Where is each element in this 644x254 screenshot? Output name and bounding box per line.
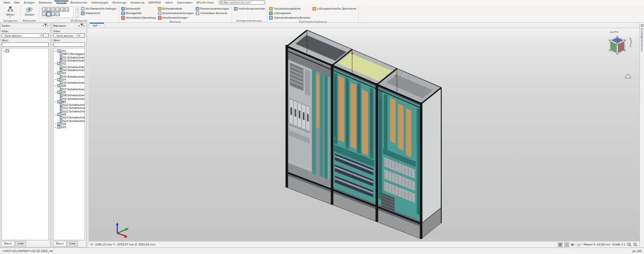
- zoom-window-icon[interactable]: [633, 243, 636, 246]
- start-view-icon: [81, 12, 85, 15]
- filter-more-button[interactable]: ...: [43, 33, 49, 38]
- tab-liste[interactable]: Liste: [15, 241, 27, 246]
- viewcube-icon[interactable]: [47, 8, 51, 12]
- group-label-navigatoren: Navigatoren: [3, 19, 18, 23]
- ribbon-tab-bar: DateiStartEinfügenBearbeitenAnsichtBetri…: [0, 0, 644, 5]
- viewcube-icon[interactable]: [42, 8, 46, 12]
- tab-baum[interactable]: Baum: [53, 241, 66, 246]
- seiten-tree[interactable]: ▸: [2, 48, 49, 240]
- cabinet-icon: [60, 75, 62, 78]
- ribbon-tab-betriebsmittel[interactable]: Betriebsmittel: [68, 1, 89, 5]
- cabinet-icon: [60, 52, 62, 55]
- bauraum-panel: Bauraum - ▾ ✕ Filter: - Nicht aktiviert …: [52, 23, 87, 247]
- viewport-tab-007[interactable]: 007 ×: [90, 23, 104, 28]
- viewcube-icon[interactable]: [65, 8, 69, 12]
- revision-marker-icon: [196, 7, 199, 11]
- viewcube-icon[interactable]: [42, 12, 46, 16]
- pin-icon[interactable]: [45, 25, 46, 27]
- simplified-view-button[interactable]: Vereinfachte Darstellung: [121, 16, 156, 20]
- gallery-scrollbar[interactable]: ▴▾⌄: [75, 7, 79, 18]
- filter-more-button[interactable]: ...: [79, 33, 85, 38]
- cabinet-icon: [60, 94, 62, 97]
- bauraum-panel-header[interactable]: Bauraum - ▾ ✕: [52, 23, 86, 29]
- climate-zones-button[interactable]: Optimal klimatisierte Bereiche: [269, 16, 310, 20]
- assembly-aid-button[interactable]: Montagehilfe: [121, 11, 156, 15]
- 3d-scene-cabinets[interactable]: [89, 28, 639, 241]
- ribbon-tab-vorplanung[interactable]: Vorplanung: [128, 1, 146, 5]
- ventilation-spaces-button[interactable]: Lüftungstechnische Sperrräume: [312, 7, 356, 11]
- device-designation: ==007+G1.ASP007=+01.02.1302_=#: [3, 249, 52, 252]
- seiten-filter-select[interactable]: - Nicht aktiviert - ▾: [2, 33, 42, 38]
- ribbon-tab-admin[interactable]: Admin: [163, 1, 175, 5]
- viewport-tab-bar: 007 ×: [89, 23, 639, 28]
- clearance-button[interactable]: Einbauabstände: [158, 7, 194, 11]
- zone-icon: [57, 100, 60, 103]
- power-density-icon: [269, 7, 273, 11]
- grid-icon: [559, 243, 561, 246]
- panel-menu-icon[interactable]: ▾: [78, 24, 80, 27]
- ribbon-tab-bearbeiten[interactable]: Bearbeiten: [37, 1, 54, 5]
- object-snap-toggle[interactable]: [565, 242, 569, 247]
- ribbon-tab-datei[interactable]: Datei: [2, 1, 12, 5]
- seiten-panel-header[interactable]: Seiten - ▾ ✕: [1, 23, 50, 29]
- airflow-arrows-button[interactable]: Lüftungspfeile: [269, 11, 310, 15]
- navigation-cube[interactable]: [605, 30, 633, 82]
- close-icon[interactable]: ✕: [83, 24, 85, 27]
- grid-snap-toggle[interactable]: [558, 242, 562, 247]
- bauraum-wert-input[interactable]: [53, 42, 85, 47]
- viewcube-icon[interactable]: [56, 8, 60, 12]
- ribbon-tab-eplan-cloud[interactable]: EPLAN Cloud: [195, 1, 216, 5]
- viewcube-icon-selected[interactable]: [47, 12, 51, 16]
- connection-direction-button[interactable]: Anschlussrichtungen: [158, 16, 194, 20]
- cursor-coordinates: X: -1091,12 mm Y: -2703,67 mm Z: 3321,61…: [91, 243, 155, 246]
- ribbon-body: Öffnen ▾ Navigatoren Drehen: [0, 5, 644, 23]
- ribbon-search[interactable]: Was möchten Sie tun?: [219, 1, 265, 5]
- ribbon-group-navigatoren: Öffnen ▾ Navigatoren: [1, 5, 21, 23]
- tab-liste[interactable]: Liste: [67, 241, 78, 246]
- rotate-view-button[interactable]: Drehen: [23, 6, 37, 16]
- viewpoint-gallery[interactable]: [41, 7, 73, 18]
- set-start-view-button[interactable]: Als Startansicht festlegen: [81, 7, 117, 11]
- ribbon-tab-start[interactable]: Start: [12, 1, 22, 5]
- panel-menu-icon[interactable]: ▾: [42, 24, 44, 27]
- einfuegezentrum-tab[interactable]: Einfügezentrum: [639, 23, 644, 247]
- cabinet-icon: [60, 110, 62, 113]
- ribbon-group-thermische-auslegung: Verlustleistungsdichte Lüftungspfeile Op…: [267, 5, 359, 23]
- tree-zone-010[interactable]: ▸010: [54, 125, 84, 129]
- ribbon-tab-ansicht[interactable]: Ansicht: [54, 1, 68, 5]
- viewcube-icon[interactable]: [56, 12, 60, 16]
- drill-view-button[interactable]: Bohransicht: [121, 7, 156, 11]
- tab-baum[interactable]: Baum: [2, 241, 15, 246]
- invisible-elements-button[interactable]: Unsichtbare Elemente: [196, 11, 229, 15]
- chevron-down-icon: ▾: [76, 34, 77, 37]
- assembly-aid-icon: [121, 12, 125, 15]
- zone-icon: [57, 125, 60, 129]
- revision-marker-button[interactable]: Revisionsmarkierungen: [196, 7, 229, 11]
- viewcube-icon[interactable]: [51, 8, 55, 12]
- viewcube-icon[interactable]: [51, 12, 55, 16]
- seiten-wert-input[interactable]: [2, 42, 49, 47]
- ribbon-tab-werkzeuge[interactable]: Werkzeuge: [110, 1, 128, 5]
- connection-designation-button[interactable]: Anschlussbezeichnungen: [158, 11, 194, 15]
- 3d-viewport[interactable]: [89, 28, 639, 241]
- schema-dropdown[interactable]: ▾: [571, 243, 575, 246]
- open-navigators-button[interactable]: Öffnen ▾: [3, 6, 17, 18]
- zoom-in-icon[interactable]: [627, 243, 630, 246]
- pin-icon[interactable]: [82, 25, 82, 27]
- viewcube-icon[interactable]: [60, 8, 64, 12]
- power-density-button[interactable]: Verlustleistungsdichte: [269, 7, 310, 11]
- ribbon-tab-erp-pdm[interactable]: ERP/PDM: [146, 1, 163, 5]
- connection-preview-button[interactable]: Verbindungsvorschau: [234, 7, 265, 11]
- ribbon-tab-verbindungen[interactable]: Verbindungen: [89, 1, 110, 5]
- project-node[interactable]: ▸: [3, 49, 48, 52]
- close-tab-icon[interactable]: ×: [99, 24, 101, 27]
- start-view-button[interactable]: Startansicht: [81, 11, 117, 15]
- ribbon-tab-einf-gen[interactable]: Einfügen: [22, 1, 37, 5]
- close-icon[interactable]: ✕: [47, 24, 49, 27]
- cabinet-icon: [60, 119, 62, 122]
- invisible-elements-icon: [196, 12, 199, 15]
- bauraum-tree[interactable]: ▾001MP1:MontageplatteS1:SchaltschrankS2:…: [53, 48, 85, 240]
- display-options-dropdown[interactable]: ▾: [577, 243, 582, 246]
- ribbon-tab-stammdaten[interactable]: Stammdaten: [175, 1, 194, 5]
- bauraum-filter-select[interactable]: - Nicht aktiviert - ▾: [53, 33, 78, 38]
